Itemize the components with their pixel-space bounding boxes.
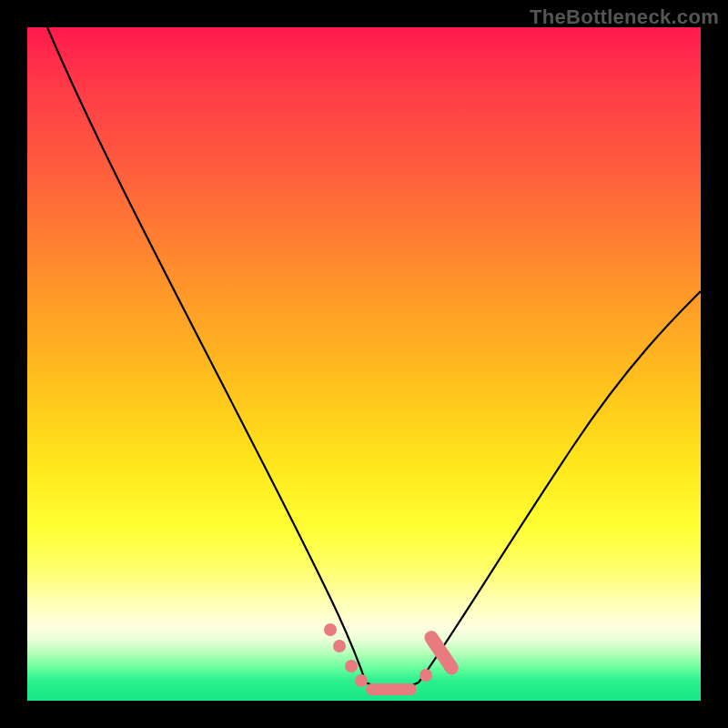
marker-pill	[366, 683, 417, 695]
marker-dot	[324, 623, 337, 636]
marker-dot	[420, 669, 432, 682]
curve-right	[419, 291, 701, 682]
plot-area	[27, 27, 701, 701]
marker-dot	[333, 640, 346, 652]
marker-dot	[345, 660, 358, 672]
marker-dot	[355, 674, 368, 687]
curve-left	[47, 27, 366, 682]
attribution-text: TheBottleneck.com	[530, 5, 719, 29]
curve-layer	[27, 27, 701, 701]
chart-frame: TheBottleneck.com	[0, 0, 728, 728]
